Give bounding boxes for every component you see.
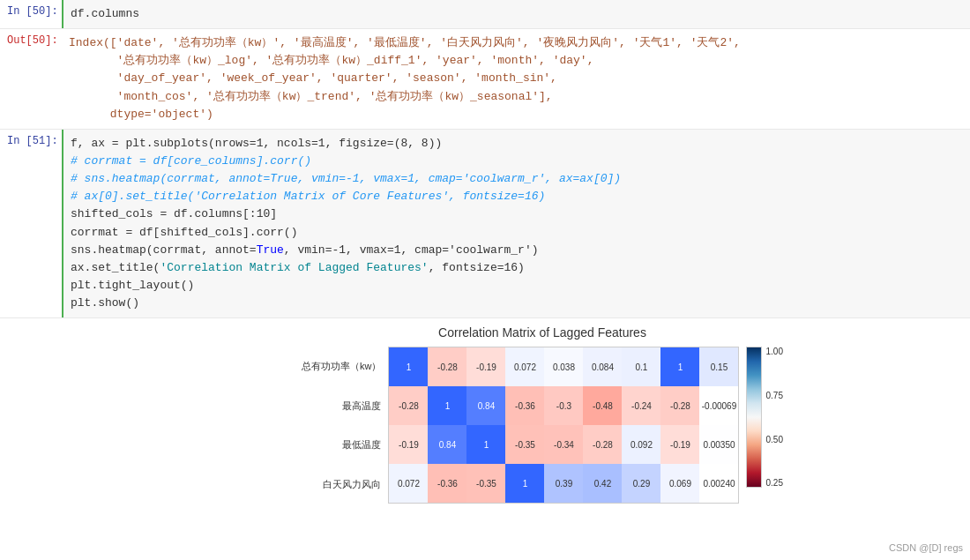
output-line: 'day_of_year', 'week_of_year', 'quarter'…	[69, 70, 963, 87]
cell-content-in-51: f, ax = plt.subplots(nrows=1, ncols=1, f…	[62, 130, 970, 317]
code-line-51-14: plt.tight_layout()	[71, 277, 963, 295]
colorbar-label-075: 0.75	[765, 391, 782, 400]
cell-label-in-50: In [50]:	[0, 0, 62, 28]
code-line-51-5: # ax[0].set_title('Correlation Matrix of…	[71, 188, 963, 205]
output-line: Index(['date', '总有功功率（kw）', '最高温度', '最低温…	[69, 34, 963, 52]
code-text: df.columns	[71, 7, 139, 20]
heatmap-cell-1-1: 1	[428, 386, 466, 425]
heatmap-title: Correlation Matrix of Lagged Features	[438, 325, 646, 340]
heatmap-cell-3-4: 0.39	[544, 464, 583, 503]
heatmap-cell-2-5: -0.28	[583, 425, 622, 464]
cell-content-in-50: df.columns	[62, 0, 970, 28]
heatmap-cell-2-6: 0.092	[622, 425, 660, 464]
row-label-0: 总有功功率（kw）	[302, 347, 384, 386]
heatmap-cell-0-4: 0.038	[544, 347, 583, 386]
heatmap-cell-2-3: -0.35	[505, 425, 544, 464]
heatmap-cell-3-3: 1	[505, 464, 544, 503]
code-line-51-15: plt.show()	[71, 295, 963, 312]
cell-content-out-50: Index(['date', '总有功功率（kw）', '最高温度', '最低温…	[62, 29, 970, 129]
cell-label-out-50: Out[50]:	[0, 29, 62, 129]
code-line-51-11: ax.set_title('Correlation Matrix of Lagg…	[71, 259, 963, 277]
heatmap-cell-0-5: 0.084	[583, 347, 622, 386]
heatmap-cell-1-0: -0.28	[389, 386, 428, 425]
colorbar-labels: 1.00 0.75 0.50 0.25	[765, 347, 782, 488]
code-line-51-8: corrmat = df[shifted_cols].corr()	[71, 224, 963, 242]
heatmap-cell-2-1: 0.84	[428, 425, 466, 464]
heatmap-cell-1-3: -0.36	[505, 386, 544, 425]
heatmap-cell-0-6: 0.1	[622, 347, 660, 386]
colorbar-label-025: 0.25	[765, 478, 782, 488]
output-line: '总有功功率（kw）_log', '总有功功率（kw）_diff_1', 'ye…	[69, 52, 963, 70]
output-line: dtype='object')	[69, 106, 963, 123]
heatmap-cell-3-5: 0.42	[583, 464, 622, 503]
heatmap-cell-3-0: 0.072	[389, 464, 428, 503]
heatmap-cell-3-6: 0.29	[622, 464, 660, 503]
heatmap-cell-2-4: -0.34	[544, 425, 583, 464]
heatmap-area: Correlation Matrix of Lagged Features 总有…	[62, 318, 970, 560]
heatmap-cell-1-7: -0.28	[660, 386, 699, 425]
heatmap-cell-3-8: 0.00240	[699, 464, 738, 503]
code-line-51-10: sns.heatmap(corrmat, annot=True, vmin=-1…	[71, 242, 963, 259]
heatmap-cell-2-2: 1	[466, 425, 505, 464]
heatmap-cell-1-8: -0.00069	[699, 386, 738, 425]
heatmap-cell-2-8: 0.00350	[699, 425, 738, 464]
cell-out-50: Out[50]: Index(['date', '总有功功率（kw）', '最高…	[0, 29, 970, 130]
colorbar-wrap: 1.00 0.75 0.50 0.25	[746, 347, 782, 488]
code-line-51-2: # corrmat = df[core_columns].corr()	[71, 153, 963, 170]
heatmap-cell-1-5: -0.48	[583, 386, 622, 425]
heatmap-cell-0-7: 1	[660, 347, 699, 386]
heatmap-cell-3-7: 0.069	[660, 464, 699, 503]
code-line-51-4: # sns.heatmap(corrmat, annot=True, vmin=…	[71, 170, 963, 188]
heatmap-cell-0-1: -0.28	[428, 347, 466, 386]
heatmap-cell-1-6: -0.24	[622, 386, 660, 425]
row-label-1: 最高温度	[302, 386, 384, 425]
cell-label-in-51: In [51]:	[0, 130, 62, 317]
heatmap-cell-1-2: 0.84	[466, 386, 505, 425]
heatmap-grid: 1-0.28-0.190.0720.0380.0840.110.15-0.281…	[388, 347, 739, 504]
heatmap-cell-1-4: -0.3	[544, 386, 583, 425]
row-label-2: 最低温度	[302, 426, 384, 465]
heatmap-cell-0-3: 0.072	[505, 347, 544, 386]
watermark: CSDN @[D] regs	[889, 542, 963, 553]
colorbar-bar	[746, 347, 762, 488]
heatmap-cell-2-0: -0.19	[389, 425, 428, 464]
colorbar-label-050: 0.50	[765, 435, 782, 444]
heatmap-cell-0-0: 1	[389, 347, 428, 386]
heatmap-grid-wrap: 总有功功率（kw） 最高温度 最低温度 白天风力风向 1-0.28-0.190.…	[302, 347, 739, 504]
heatmap-container: 总有功功率（kw） 最高温度 最低温度 白天风力风向 1-0.28-0.190.…	[302, 347, 783, 504]
heatmap-cell-3-1: -0.36	[428, 464, 466, 503]
heatmap-cell-0-2: -0.19	[466, 347, 505, 386]
cell-in-51: In [51]: f, ax = plt.subplots(nrows=1, n…	[0, 130, 970, 318]
code-line-51-0: f, ax = plt.subplots(nrows=1, ncols=1, f…	[71, 135, 963, 153]
cell-in-50: In [50]: df.columns	[0, 0, 970, 29]
notebook: In [50]: df.columns Out[50]: Index(['dat…	[0, 0, 970, 560]
heatmap-cell-0-8: 0.15	[699, 347, 738, 386]
row-labels: 总有功功率（kw） 最高温度 最低温度 白天风力风向	[302, 347, 384, 504]
colorbar-label-100: 1.00	[765, 347, 782, 356]
code-line-51-7: shifted_cols = df.columns[:10]	[71, 205, 963, 223]
heatmap-cell-2-7: -0.19	[660, 425, 699, 464]
output-heatmap-section: Correlation Matrix of Lagged Features 总有…	[0, 318, 970, 560]
heatmap-cell-3-2: -0.35	[466, 464, 505, 503]
output-line: 'month_cos', '总有功功率（kw）_trend', '总有功功率（k…	[69, 88, 963, 106]
row-label-3: 白天风力风向	[302, 465, 384, 504]
